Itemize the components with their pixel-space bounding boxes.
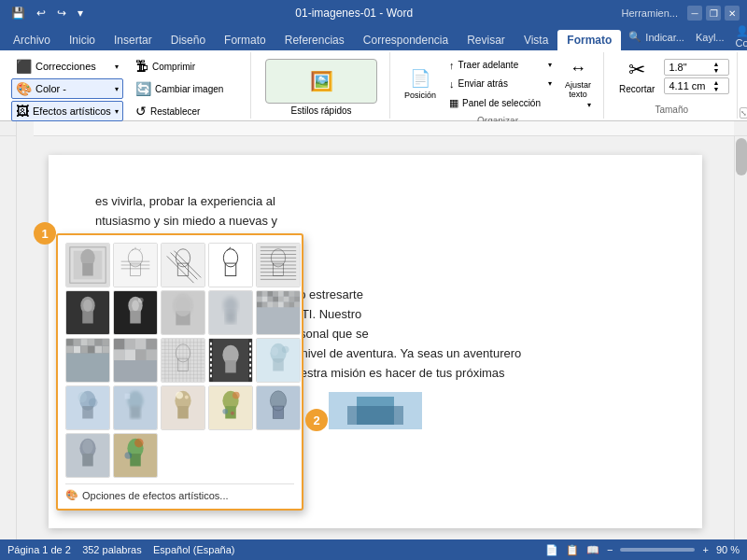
- width-input[interactable]: [669, 80, 711, 91]
- adjust-top-row: ⬛ Correcciones ▾ 🎨 Color - ▾ 🖼 Efectos a…: [11, 56, 243, 121]
- view-print-icon[interactable]: 📋: [566, 544, 579, 556]
- height-input[interactable]: [669, 62, 711, 73]
- compress-label: Comprimir: [152, 62, 195, 72]
- restore-button[interactable]: ❐: [706, 6, 721, 21]
- reset-button[interactable]: ↺ Restablecer: [131, 101, 243, 121]
- effect-watercolor2[interactable]: [65, 385, 110, 430]
- svg-point-181: [82, 440, 93, 454]
- tab-insertar[interactable]: Insertar: [105, 30, 162, 50]
- crop-icon: ✂: [628, 58, 645, 82]
- wrap-text-button[interactable]: ↔ Ajustar texto ▾: [560, 56, 596, 112]
- svg-rect-175: [273, 406, 284, 418]
- effect-pencil2[interactable]: [161, 243, 205, 287]
- height-down[interactable]: ▼: [712, 67, 719, 74]
- effect-mosaic1[interactable]: [256, 290, 301, 335]
- size-group-label: Tamaño: [655, 103, 688, 115]
- reset-label: Restablecer: [150, 106, 200, 117]
- effects-grid: [65, 243, 294, 478]
- svg-rect-136: [210, 353, 212, 356]
- tab-revisar[interactable]: Revisar: [458, 30, 514, 50]
- tab-formato-page[interactable]: Formato: [215, 30, 275, 50]
- width-up[interactable]: ▲: [712, 79, 719, 86]
- svg-rect-83: [66, 339, 74, 346]
- view-web-icon[interactable]: 📄: [545, 544, 558, 556]
- effect-bw1[interactable]: [65, 290, 110, 335]
- effect-row5-1[interactable]: [256, 385, 301, 430]
- compress-button[interactable]: 🗜 Comprimir: [131, 56, 243, 77]
- quick-styles-button[interactable]: 🖼️ Estilos rápidos: [261, 56, 382, 119]
- effect-pencil[interactable]: [113, 243, 158, 287]
- change-image-button[interactable]: 🔄 Cambiar imagen: [131, 78, 243, 99]
- status-bar: Página 1 de 2 352 palabras Español (Espa…: [0, 539, 747, 560]
- corrections-button[interactable]: ⬛ Correcciones ▾: [11, 56, 123, 77]
- width-field[interactable]: ▲ ▼: [664, 77, 729, 94]
- artistic-effects-button[interactable]: 🖼 Efectos artísticos ▾: [11, 101, 123, 121]
- effect-blur2[interactable]: [208, 290, 253, 335]
- size-expand-button[interactable]: ⤡: [740, 107, 747, 119]
- tab-formato-image[interactable]: Formato: [557, 30, 621, 50]
- zoom-slider[interactable]: [620, 548, 695, 552]
- effect-crosshatch[interactable]: [161, 338, 205, 383]
- scrollbar-right[interactable]: [734, 136, 747, 539]
- ruler-corner-right: [734, 121, 747, 136]
- customize-qa-button[interactable]: ▾: [74, 5, 87, 21]
- effect-blur1[interactable]: [161, 290, 205, 335]
- tab-inicio[interactable]: Inicio: [60, 30, 105, 50]
- svg-rect-144: [249, 358, 251, 361]
- view-read-icon[interactable]: 📖: [586, 544, 599, 556]
- effect-watercolor[interactable]: [256, 338, 301, 383]
- svg-rect-90: [74, 346, 81, 354]
- selection-pane-button[interactable]: ▦ Panel de selección: [444, 94, 557, 112]
- change-icon: 🔄: [135, 81, 151, 96]
- send-back-button[interactable]: ↓ Enviar atrás ▾: [444, 76, 557, 92]
- artistic-effects-footer[interactable]: 🎨 Opciones de efectos artísticos...: [65, 483, 294, 501]
- effect-none[interactable]: [65, 243, 110, 287]
- tab-diseno[interactable]: Diseño: [162, 30, 215, 50]
- effect-mosaic2[interactable]: [65, 338, 110, 383]
- tab-vista[interactable]: Vista: [514, 30, 557, 50]
- close-button[interactable]: ✕: [725, 6, 740, 21]
- badge-2: 2: [305, 409, 328, 431]
- position-button[interactable]: 📄 Posición: [400, 65, 441, 103]
- svg-rect-139: [210, 370, 212, 372]
- svg-point-165: [176, 392, 183, 399]
- effect-light[interactable]: [161, 385, 205, 430]
- height-up[interactable]: ▲: [712, 61, 719, 67]
- color-button[interactable]: 🎨 Color - ▾: [11, 78, 123, 99]
- redo-button[interactable]: ↪: [53, 5, 70, 21]
- effect-sketch[interactable]: [208, 243, 253, 287]
- effect-row5-2[interactable]: [65, 433, 110, 478]
- bring-forward-button[interactable]: ↑ Traer adelante ▾: [444, 57, 557, 74]
- status-left: Página 1 de 2 352 palabras Español (Espa…: [7, 544, 234, 555]
- effect-glass[interactable]: [113, 385, 158, 430]
- selection-pane-label: Panel de selección: [462, 98, 541, 108]
- position-label: Posición: [404, 91, 436, 100]
- effect-bw2[interactable]: [113, 290, 158, 335]
- effect-mosaic3[interactable]: [113, 338, 158, 383]
- effect-row5-3[interactable]: [113, 433, 158, 478]
- effect-etching[interactable]: [256, 243, 301, 287]
- tab-archivo[interactable]: Archivo: [4, 30, 60, 50]
- effect-film[interactable]: [208, 338, 253, 383]
- svg-rect-81: [294, 302, 300, 308]
- undo-button[interactable]: ↩: [33, 5, 49, 21]
- svg-rect-97: [125, 339, 136, 350]
- svg-rect-87: [95, 339, 103, 346]
- svg-rect-150: [273, 358, 284, 371]
- save-button[interactable]: 💾: [7, 5, 29, 21]
- crop-button[interactable]: ✂ Recortar: [613, 56, 660, 96]
- width-down[interactable]: ▼: [712, 86, 719, 92]
- tab-referencias[interactable]: Referencias: [275, 30, 354, 50]
- svg-rect-75: [262, 302, 268, 308]
- zoom-in-icon[interactable]: +: [702, 544, 708, 555]
- svg-rect-7: [82, 263, 93, 275]
- height-field[interactable]: ▲ ▼: [664, 59, 729, 76]
- svg-rect-73: [294, 297, 300, 302]
- tab-correspondencia[interactable]: Correspondencia: [354, 30, 458, 50]
- selection-pane-icon: ▦: [449, 97, 458, 109]
- svg-rect-91: [80, 346, 88, 354]
- bring-forward-arrow: ▾: [548, 61, 552, 69]
- zoom-out-icon[interactable]: −: [607, 544, 613, 555]
- effect-colorful[interactable]: [208, 385, 253, 430]
- minimize-button[interactable]: ─: [687, 6, 702, 21]
